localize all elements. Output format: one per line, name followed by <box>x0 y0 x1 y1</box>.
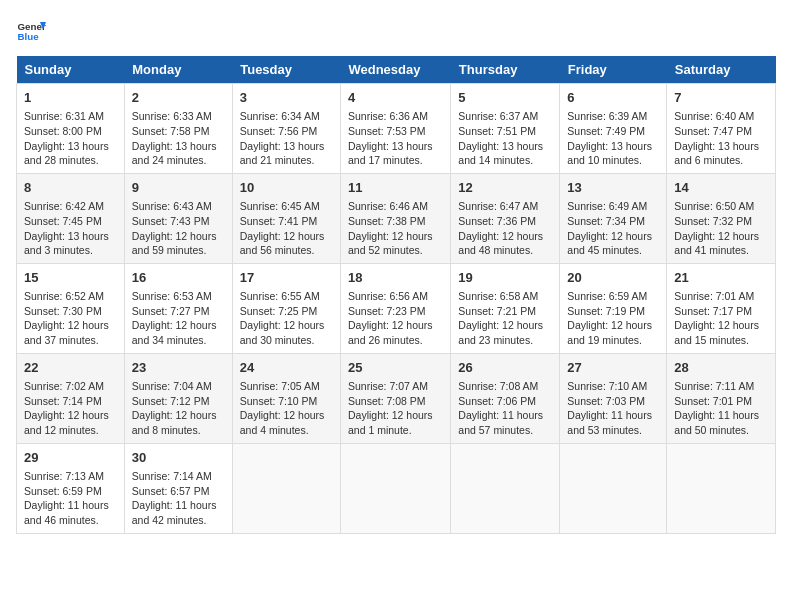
day-number: 3 <box>240 89 333 107</box>
day-cell: 28Sunrise: 7:11 AM Sunset: 7:01 PM Dayli… <box>667 353 776 443</box>
day-info: Sunrise: 6:33 AM Sunset: 7:58 PM Dayligh… <box>132 109 225 168</box>
day-cell <box>451 443 560 533</box>
day-number: 8 <box>24 179 117 197</box>
day-cell: 10Sunrise: 6:45 AM Sunset: 7:41 PM Dayli… <box>232 173 340 263</box>
day-cell: 9Sunrise: 6:43 AM Sunset: 7:43 PM Daylig… <box>124 173 232 263</box>
header-row: SundayMondayTuesdayWednesdayThursdayFrid… <box>17 56 776 84</box>
col-header-friday: Friday <box>560 56 667 84</box>
day-cell <box>232 443 340 533</box>
day-number: 6 <box>567 89 659 107</box>
day-number: 20 <box>567 269 659 287</box>
day-info: Sunrise: 6:42 AM Sunset: 7:45 PM Dayligh… <box>24 199 117 258</box>
day-number: 29 <box>24 449 117 467</box>
day-info: Sunrise: 7:04 AM Sunset: 7:12 PM Dayligh… <box>132 379 225 438</box>
day-info: Sunrise: 7:01 AM Sunset: 7:17 PM Dayligh… <box>674 289 768 348</box>
day-info: Sunrise: 6:45 AM Sunset: 7:41 PM Dayligh… <box>240 199 333 258</box>
day-number: 24 <box>240 359 333 377</box>
day-info: Sunrise: 7:13 AM Sunset: 6:59 PM Dayligh… <box>24 469 117 528</box>
day-number: 2 <box>132 89 225 107</box>
calendar-table: SundayMondayTuesdayWednesdayThursdayFrid… <box>16 56 776 534</box>
day-number: 23 <box>132 359 225 377</box>
day-number: 22 <box>24 359 117 377</box>
day-cell: 21Sunrise: 7:01 AM Sunset: 7:17 PM Dayli… <box>667 263 776 353</box>
day-number: 12 <box>458 179 552 197</box>
col-header-wednesday: Wednesday <box>340 56 450 84</box>
day-number: 1 <box>24 89 117 107</box>
day-info: Sunrise: 6:31 AM Sunset: 8:00 PM Dayligh… <box>24 109 117 168</box>
day-cell: 1Sunrise: 6:31 AM Sunset: 8:00 PM Daylig… <box>17 84 125 174</box>
page-header: General Blue <box>16 16 776 46</box>
day-cell: 23Sunrise: 7:04 AM Sunset: 7:12 PM Dayli… <box>124 353 232 443</box>
day-cell: 6Sunrise: 6:39 AM Sunset: 7:49 PM Daylig… <box>560 84 667 174</box>
day-cell: 20Sunrise: 6:59 AM Sunset: 7:19 PM Dayli… <box>560 263 667 353</box>
logo: General Blue <box>16 16 46 46</box>
day-number: 17 <box>240 269 333 287</box>
week-row-1: 1Sunrise: 6:31 AM Sunset: 8:00 PM Daylig… <box>17 84 776 174</box>
day-number: 10 <box>240 179 333 197</box>
day-info: Sunrise: 6:36 AM Sunset: 7:53 PM Dayligh… <box>348 109 443 168</box>
day-number: 21 <box>674 269 768 287</box>
day-info: Sunrise: 6:55 AM Sunset: 7:25 PM Dayligh… <box>240 289 333 348</box>
day-info: Sunrise: 6:59 AM Sunset: 7:19 PM Dayligh… <box>567 289 659 348</box>
day-info: Sunrise: 7:14 AM Sunset: 6:57 PM Dayligh… <box>132 469 225 528</box>
day-info: Sunrise: 6:50 AM Sunset: 7:32 PM Dayligh… <box>674 199 768 258</box>
day-info: Sunrise: 6:53 AM Sunset: 7:27 PM Dayligh… <box>132 289 225 348</box>
day-cell: 18Sunrise: 6:56 AM Sunset: 7:23 PM Dayli… <box>340 263 450 353</box>
day-cell: 11Sunrise: 6:46 AM Sunset: 7:38 PM Dayli… <box>340 173 450 263</box>
day-cell: 3Sunrise: 6:34 AM Sunset: 7:56 PM Daylig… <box>232 84 340 174</box>
day-info: Sunrise: 6:52 AM Sunset: 7:30 PM Dayligh… <box>24 289 117 348</box>
day-number: 19 <box>458 269 552 287</box>
day-info: Sunrise: 6:39 AM Sunset: 7:49 PM Dayligh… <box>567 109 659 168</box>
day-cell: 7Sunrise: 6:40 AM Sunset: 7:47 PM Daylig… <box>667 84 776 174</box>
day-cell: 4Sunrise: 6:36 AM Sunset: 7:53 PM Daylig… <box>340 84 450 174</box>
day-number: 13 <box>567 179 659 197</box>
day-cell: 29Sunrise: 7:13 AM Sunset: 6:59 PM Dayli… <box>17 443 125 533</box>
day-info: Sunrise: 6:43 AM Sunset: 7:43 PM Dayligh… <box>132 199 225 258</box>
week-row-4: 22Sunrise: 7:02 AM Sunset: 7:14 PM Dayli… <box>17 353 776 443</box>
day-cell: 27Sunrise: 7:10 AM Sunset: 7:03 PM Dayli… <box>560 353 667 443</box>
day-info: Sunrise: 7:08 AM Sunset: 7:06 PM Dayligh… <box>458 379 552 438</box>
day-cell <box>560 443 667 533</box>
day-cell: 26Sunrise: 7:08 AM Sunset: 7:06 PM Dayli… <box>451 353 560 443</box>
day-number: 25 <box>348 359 443 377</box>
day-info: Sunrise: 7:11 AM Sunset: 7:01 PM Dayligh… <box>674 379 768 438</box>
col-header-monday: Monday <box>124 56 232 84</box>
day-cell: 8Sunrise: 6:42 AM Sunset: 7:45 PM Daylig… <box>17 173 125 263</box>
week-row-2: 8Sunrise: 6:42 AM Sunset: 7:45 PM Daylig… <box>17 173 776 263</box>
day-info: Sunrise: 7:10 AM Sunset: 7:03 PM Dayligh… <box>567 379 659 438</box>
day-info: Sunrise: 6:49 AM Sunset: 7:34 PM Dayligh… <box>567 199 659 258</box>
day-cell <box>340 443 450 533</box>
day-cell: 25Sunrise: 7:07 AM Sunset: 7:08 PM Dayli… <box>340 353 450 443</box>
day-info: Sunrise: 6:34 AM Sunset: 7:56 PM Dayligh… <box>240 109 333 168</box>
day-cell: 22Sunrise: 7:02 AM Sunset: 7:14 PM Dayli… <box>17 353 125 443</box>
day-info: Sunrise: 6:40 AM Sunset: 7:47 PM Dayligh… <box>674 109 768 168</box>
col-header-saturday: Saturday <box>667 56 776 84</box>
day-number: 30 <box>132 449 225 467</box>
day-cell <box>667 443 776 533</box>
day-info: Sunrise: 6:37 AM Sunset: 7:51 PM Dayligh… <box>458 109 552 168</box>
week-row-5: 29Sunrise: 7:13 AM Sunset: 6:59 PM Dayli… <box>17 443 776 533</box>
day-cell: 30Sunrise: 7:14 AM Sunset: 6:57 PM Dayli… <box>124 443 232 533</box>
day-number: 9 <box>132 179 225 197</box>
day-number: 5 <box>458 89 552 107</box>
day-cell: 15Sunrise: 6:52 AM Sunset: 7:30 PM Dayli… <box>17 263 125 353</box>
day-cell: 19Sunrise: 6:58 AM Sunset: 7:21 PM Dayli… <box>451 263 560 353</box>
day-cell: 5Sunrise: 6:37 AM Sunset: 7:51 PM Daylig… <box>451 84 560 174</box>
day-number: 4 <box>348 89 443 107</box>
day-cell: 24Sunrise: 7:05 AM Sunset: 7:10 PM Dayli… <box>232 353 340 443</box>
day-info: Sunrise: 6:56 AM Sunset: 7:23 PM Dayligh… <box>348 289 443 348</box>
day-number: 7 <box>674 89 768 107</box>
day-number: 15 <box>24 269 117 287</box>
day-number: 28 <box>674 359 768 377</box>
day-info: Sunrise: 6:47 AM Sunset: 7:36 PM Dayligh… <box>458 199 552 258</box>
day-number: 11 <box>348 179 443 197</box>
day-cell: 14Sunrise: 6:50 AM Sunset: 7:32 PM Dayli… <box>667 173 776 263</box>
day-number: 16 <box>132 269 225 287</box>
day-number: 26 <box>458 359 552 377</box>
col-header-sunday: Sunday <box>17 56 125 84</box>
day-info: Sunrise: 6:46 AM Sunset: 7:38 PM Dayligh… <box>348 199 443 258</box>
week-row-3: 15Sunrise: 6:52 AM Sunset: 7:30 PM Dayli… <box>17 263 776 353</box>
day-cell: 13Sunrise: 6:49 AM Sunset: 7:34 PM Dayli… <box>560 173 667 263</box>
day-number: 27 <box>567 359 659 377</box>
logo-icon: General Blue <box>16 16 46 46</box>
